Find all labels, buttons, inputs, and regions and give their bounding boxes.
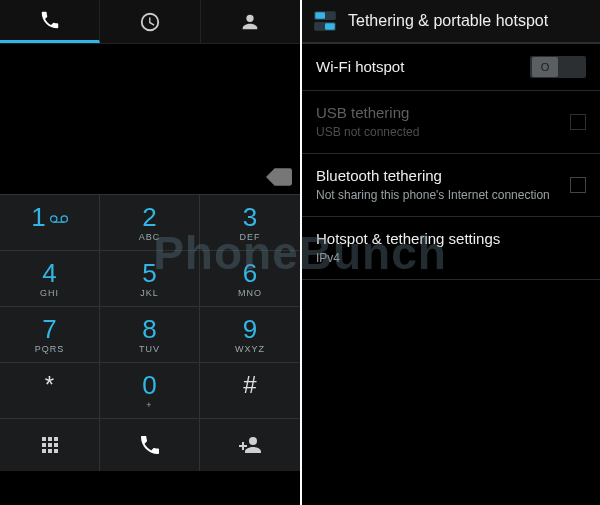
letters-label: + [146, 400, 152, 410]
row-label: Hotspot & tethering settings [316, 229, 586, 249]
digit-label: # [243, 373, 256, 397]
key-2[interactable]: 2ABC [100, 195, 200, 251]
person-icon [239, 11, 261, 33]
svg-point-1 [61, 215, 67, 221]
dialpad-grid-button[interactable] [0, 419, 100, 471]
key-8[interactable]: 8TUV [100, 307, 200, 363]
settings-toggle-icon [312, 8, 338, 34]
letters-label: DEF [240, 232, 261, 242]
grid-icon [38, 433, 62, 457]
letters-label: JKL [140, 288, 159, 298]
svg-point-0 [50, 215, 56, 221]
digit-label: 6 [243, 260, 257, 286]
row-wifi-hotspot[interactable]: Wi-Fi hotspot O [302, 44, 600, 91]
page-title: Tethering & portable hotspot [348, 12, 548, 30]
row-subtext: IPv4 [316, 251, 586, 267]
key-9[interactable]: 9WXYZ [200, 307, 300, 363]
digit-label: 7 [42, 316, 56, 342]
key-6[interactable]: 6MNO [200, 251, 300, 307]
key-1[interactable]: 1 [0, 195, 100, 251]
key-hash[interactable]: # [200, 363, 300, 419]
row-bluetooth-tethering[interactable]: Bluetooth tethering Not sharing this pho… [302, 154, 600, 217]
digit-label: 2 [142, 204, 156, 230]
letters-label: MNO [238, 288, 262, 298]
tab-recent[interactable] [100, 0, 200, 43]
key-3[interactable]: 3DEF [200, 195, 300, 251]
bluetooth-tethering-checkbox[interactable] [570, 177, 586, 193]
digit-label: 4 [42, 260, 56, 286]
row-label: USB tethering [316, 103, 558, 123]
letters-label: WXYZ [235, 344, 265, 354]
digit-label: * [45, 373, 54, 397]
row-hotspot-settings[interactable]: Hotspot & tethering settings IPv4 [302, 217, 600, 280]
row-subtext: Not sharing this phone's Internet connec… [316, 188, 558, 204]
digit-label: 3 [243, 204, 257, 230]
usb-tethering-checkbox [570, 114, 586, 130]
digit-label: 5 [142, 260, 156, 286]
letters-label: PQRS [35, 344, 65, 354]
tab-dialpad[interactable] [0, 0, 100, 43]
digit-label: 1 [31, 202, 45, 232]
key-4[interactable]: 4GHI [0, 251, 100, 307]
key-star[interactable]: * [0, 363, 100, 419]
row-label: Wi-Fi hotspot [316, 57, 518, 77]
settings-app: Tethering & portable hotspot Wi-Fi hotsp… [300, 0, 600, 505]
clock-icon [139, 11, 161, 33]
letters-label: GHI [40, 288, 59, 298]
svg-rect-4 [315, 12, 325, 18]
dialer-tabs [0, 0, 300, 44]
call-button[interactable] [100, 419, 200, 471]
row-subtext: USB not connected [316, 125, 558, 141]
key-0[interactable]: 0+ [100, 363, 200, 419]
voicemail-icon [50, 214, 68, 224]
number-display [0, 44, 300, 194]
letters-label: TUV [139, 344, 160, 354]
phone-icon [39, 9, 61, 31]
add-contact-icon [238, 433, 262, 457]
digit-label: 0 [142, 372, 156, 398]
dialer-app: 1 2ABC 3DEF 4GHI 5JKL 6MNO 7PQRS 8TUV 9W… [0, 0, 300, 505]
key-7[interactable]: 7PQRS [0, 307, 100, 363]
digit-label: 8 [142, 316, 156, 342]
settings-list: Wi-Fi hotspot O USB tethering USB not co… [302, 44, 600, 280]
svg-rect-6 [325, 23, 335, 29]
settings-header: Tethering & portable hotspot [302, 0, 600, 44]
wifi-hotspot-switch[interactable]: O [530, 56, 586, 78]
phone-icon [138, 433, 162, 457]
row-label: Bluetooth tethering [316, 166, 558, 186]
add-contact-button[interactable] [200, 419, 300, 471]
key-5[interactable]: 5JKL [100, 251, 200, 307]
dialpad: 1 2ABC 3DEF 4GHI 5JKL 6MNO 7PQRS 8TUV 9W… [0, 194, 300, 419]
backspace-icon [266, 168, 292, 186]
letters-label: ABC [139, 232, 161, 242]
dialer-actionbar [0, 419, 300, 471]
digit-label: 9 [243, 316, 257, 342]
tab-contacts[interactable] [201, 0, 300, 43]
row-usb-tethering: USB tethering USB not connected [302, 91, 600, 154]
backspace-button[interactable] [264, 166, 294, 188]
